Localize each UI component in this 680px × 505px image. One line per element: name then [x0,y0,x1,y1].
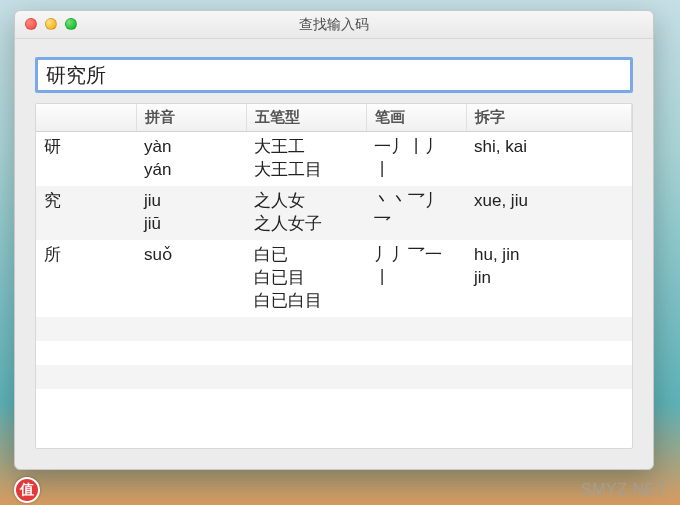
col-wubi[interactable]: 五笔型 [246,104,366,132]
titlebar[interactable]: 查找输入码 [15,11,653,39]
cell-wubi: 之人女之人女子 [246,186,366,240]
minimize-icon[interactable] [45,18,57,30]
col-char[interactable] [36,104,136,132]
site-badge-icon: 值 [14,477,40,503]
search-input[interactable] [44,63,624,88]
cell-pinyin: jiujiū [136,186,246,240]
cell-bihua: 一丿丨丿丨 [366,132,466,186]
watermark-text: SMYZ.NET [581,481,666,499]
cell-pinyin: yànyán [136,132,246,186]
cell-wubi: 大王工大王工目 [246,132,366,186]
cell-char: 所 [36,240,136,317]
watermark: SMYZ.NET [581,481,666,499]
cell-chaizi: hu, jinjin [466,240,632,317]
window-traffic-lights [25,18,77,30]
close-icon[interactable] [25,18,37,30]
table-row[interactable]: 研 yànyán 大王工大王工目 一丿丨丿丨 shi, kai [36,132,632,186]
table-row-empty [36,317,632,341]
cell-char: 究 [36,186,136,240]
table-row[interactable]: 所 suǒ 白已白已目白已白目 丿丿乛一丨 hu, jinjin [36,240,632,317]
table-row-empty [36,365,632,389]
window-title: 查找输入码 [15,16,653,34]
cell-pinyin: suǒ [136,240,246,317]
col-pinyin[interactable]: 拼音 [136,104,246,132]
cell-bihua: 丿丿乛一丨 [366,240,466,317]
col-chaizi[interactable]: 拆字 [466,104,632,132]
cell-wubi: 白已白已目白已白目 [246,240,366,317]
search-field-wrap [35,57,633,93]
col-bihua[interactable]: 笔画 [366,104,466,132]
zoom-icon[interactable] [65,18,77,30]
table-row[interactable]: 究 jiujiū 之人女之人女子 丶丶乛丿乛 xue, jiu [36,186,632,240]
cell-chaizi: shi, kai [466,132,632,186]
window-content: 拼音 五笔型 笔画 拆字 研 yànyán 大王工大王工目 一丿丨丿丨 shi,… [15,39,653,469]
window: 查找输入码 拼音 五笔型 笔画 拆字 研 [14,10,654,470]
table-header-row: 拼音 五笔型 笔画 拆字 [36,104,632,132]
results-table-wrap: 拼音 五笔型 笔画 拆字 研 yànyán 大王工大王工目 一丿丨丿丨 shi,… [35,103,633,449]
cell-char: 研 [36,132,136,186]
table-row-empty [36,341,632,365]
results-table: 拼音 五笔型 笔画 拆字 研 yànyán 大王工大王工目 一丿丨丿丨 shi,… [36,104,632,389]
cell-chaizi: xue, jiu [466,186,632,240]
cell-bihua: 丶丶乛丿乛 [366,186,466,240]
